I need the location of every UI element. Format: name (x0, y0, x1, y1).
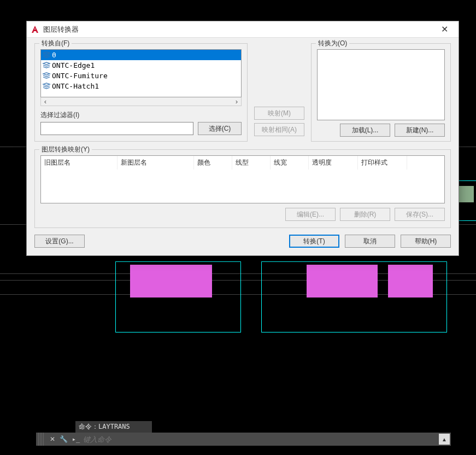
mapping-legend: 图层转换映射(Y) (39, 145, 92, 154)
layer-item[interactable]: 0 (41, 50, 241, 60)
translate-from-legend: 转换自(F) (39, 39, 72, 48)
select-filter-button[interactable]: 选择(C) (198, 122, 242, 135)
translate-from-list[interactable]: 0ONTC-Edge1ONTC-FumitureONTC-Hatch1 (40, 49, 242, 97)
mapping-column-header[interactable]: 旧图层名 (41, 156, 117, 170)
dialog-title: 图层转换器 (43, 25, 79, 34)
expand-history-button[interactable]: ▲ (439, 434, 450, 445)
close-cmd-icon[interactable]: ✕ (47, 435, 58, 443)
layer-translator-dialog: 图层转换器 ✕ 转换自(F) 0ONTC-Edge1ONTC-FumitureO… (26, 21, 459, 256)
grip-icon[interactable] (38, 433, 45, 446)
layer-item[interactable]: ONTC-Fumiture (41, 71, 241, 81)
layer-icon (42, 83, 51, 90)
layer-item[interactable]: ONTC-Edge1 (41, 60, 241, 71)
translate-button[interactable]: 转换(T) (289, 235, 339, 248)
close-button[interactable]: ✕ (433, 22, 455, 37)
mapping-column-header[interactable]: 线型 (232, 156, 271, 170)
save-mapping-button[interactable]: 保存(S)... (395, 208, 445, 221)
wrench-icon[interactable]: 🔧 (58, 435, 69, 443)
command-history: 命令：LAYTRANS (75, 421, 152, 433)
layer-name: 0 (52, 51, 56, 59)
mapping-column-header[interactable]: 线宽 (271, 156, 309, 170)
mapping-column-header[interactable]: 新图层名 (117, 156, 194, 170)
map-button[interactable]: 映射(M) (254, 107, 304, 120)
mapping-column-header[interactable]: 打印样式 (358, 156, 407, 170)
mapping-table[interactable]: 旧图层名新图层名颜色线型线宽透明度打印样式 (40, 155, 445, 203)
settings-button[interactable]: 设置(G)... (34, 235, 85, 248)
cancel-button[interactable]: 取消 (345, 235, 395, 248)
filter-label: 选择过滤器(I) (40, 110, 242, 120)
layer-icon (42, 72, 51, 80)
layer-name: ONTC-Hatch1 (52, 82, 99, 90)
scroll-right-icon[interactable]: › (232, 97, 241, 106)
prompt-icon: ▸_ (69, 435, 83, 443)
translate-to-legend: 转换为(O) (316, 39, 349, 48)
help-button[interactable]: 帮助(H) (401, 235, 451, 248)
scroll-left-icon[interactable]: ‹ (41, 97, 50, 106)
translate-to-group: 转换为(O) 加载(L)... 新建(N)... (311, 43, 451, 142)
new-button[interactable]: 新建(N)... (395, 124, 445, 137)
layer-name: ONTC-Fumiture (52, 72, 108, 80)
layer-name: ONTC-Edge1 (52, 61, 95, 69)
edit-mapping-button[interactable]: 编辑(E)... (285, 208, 336, 221)
command-input[interactable] (83, 433, 439, 445)
layer-icon (42, 62, 51, 69)
mapping-column-header[interactable]: 颜色 (194, 156, 232, 170)
chevron-up-icon: ▲ (442, 436, 447, 442)
autocad-icon (30, 25, 40, 34)
command-bar[interactable]: ✕ 🔧 ▸_ ▲ (36, 433, 451, 446)
mapping-group: 图层转换映射(Y) 旧图层名新图层名颜色线型线宽透明度打印样式 编辑(E)...… (34, 149, 451, 228)
translate-to-list[interactable] (317, 49, 445, 120)
titlebar[interactable]: 图层转换器 ✕ (27, 21, 459, 38)
translate-from-group: 转换自(F) 0ONTC-Edge1ONTC-FumitureONTC-Hatc… (34, 43, 248, 142)
command-area: 命令：LAYTRANS ✕ 🔧 ▸_ ▲ (0, 421, 476, 444)
from-list-hscroll[interactable]: ‹ › (40, 97, 242, 106)
close-icon: ✕ (441, 24, 448, 34)
mapping-column-header[interactable]: 透明度 (309, 156, 358, 170)
layer-icon (42, 51, 51, 59)
layer-item[interactable]: ONTC-Hatch1 (41, 81, 241, 91)
filter-input[interactable] (40, 122, 193, 135)
delete-mapping-button[interactable]: 删除(R) (340, 208, 390, 221)
map-same-button[interactable]: 映射相同(A) (254, 123, 304, 136)
load-button[interactable]: 加载(L)... (340, 124, 390, 137)
